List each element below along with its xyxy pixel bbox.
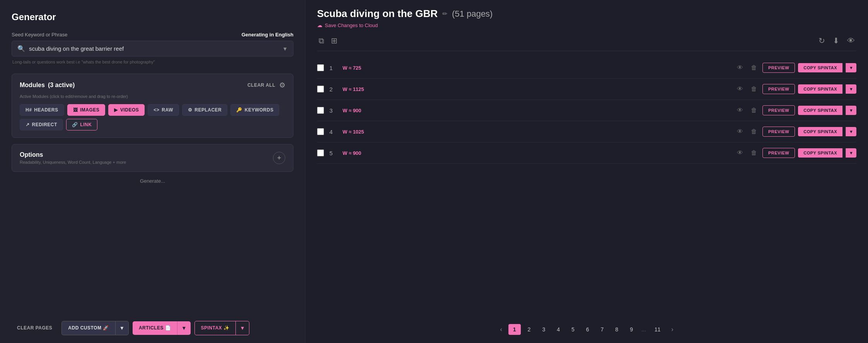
row-4-words: W ≈ 1025: [343, 129, 729, 135]
generating-label: Generating in English: [242, 32, 293, 38]
row-2-copy-spintax-dropdown[interactable]: ▼: [846, 84, 856, 94]
articles-dropdown-button[interactable]: ▼: [177, 321, 190, 335]
module-link[interactable]: 🔗 LINK: [66, 119, 98, 130]
row-1-delete-button[interactable]: 🗑: [749, 63, 759, 73]
row-4-copy-spintax-button[interactable]: COPY SPINTAX: [798, 127, 842, 136]
row-1-preview-button[interactable]: PREVIEW: [762, 63, 795, 73]
row-3-words: W ≈ 900: [343, 108, 729, 113]
page-3-button[interactable]: 3: [537, 324, 550, 335]
row-1-actions: 👁 🗑 PREVIEW COPY SPINTAX ▼: [735, 63, 856, 73]
pagination-ellipsis: ...: [640, 324, 648, 335]
row-2-copy-spintax-button[interactable]: COPY SPINTAX: [798, 84, 842, 94]
row-3-checkbox[interactable]: [317, 107, 324, 114]
spintax-button[interactable]: SPINTAX ✨: [195, 321, 236, 334]
module-raw[interactable]: <> RAW: [148, 104, 179, 116]
modules-title: Modules: [20, 82, 45, 89]
row-2-actions: 👁 🗑 PREVIEW COPY SPINTAX ▼: [735, 84, 856, 94]
row-5-delete-button[interactable]: 🗑: [749, 148, 759, 158]
table-row: 1 W ≈ 725 👁 🗑 PREVIEW COPY SPINTAX ▼: [317, 57, 856, 79]
page-7-button[interactable]: 7: [596, 324, 609, 335]
module-replacer[interactable]: ⚙ REPLACER: [182, 104, 228, 116]
page-8-button[interactable]: 8: [610, 324, 623, 335]
modules-grid: H# HEADERS 🖼 IMAGES ▶ VIDEOS <> RAW ⚙: [20, 104, 285, 130]
seed-label: Seed Keyword or Phrase: [12, 32, 68, 38]
prev-page-button[interactable]: ‹: [496, 324, 506, 335]
module-keywords[interactable]: 🔑 KEYWORDS: [230, 104, 279, 116]
module-videos[interactable]: ▶ VIDEOS: [108, 104, 145, 116]
module-redirect[interactable]: ↗ REDIRECT: [20, 119, 63, 130]
add-custom-btn-group: ADD CUSTOM 🚀 ▼: [61, 321, 129, 335]
row-1-checkbox[interactable]: [317, 64, 324, 71]
row-4-hide-button[interactable]: 👁: [735, 127, 745, 137]
row-2-words: W ≈ 1125: [343, 86, 729, 92]
row-3-hide-button[interactable]: 👁: [735, 105, 745, 115]
link-icon: 🔗: [72, 122, 78, 127]
dropdown-arrow-icon: ▼: [282, 46, 288, 52]
spintax-dropdown-button[interactable]: ▼: [235, 321, 249, 335]
refresh-button[interactable]: ↻: [817, 34, 827, 47]
search-hint: Long-tails or questions work best i.e "w…: [12, 60, 293, 64]
row-3-delete-button[interactable]: 🗑: [749, 105, 759, 115]
row-3-copy-spintax-dropdown[interactable]: ▼: [846, 106, 856, 115]
copy-toolbar-button[interactable]: ⧉: [317, 35, 326, 47]
generator-title: Generator: [12, 12, 293, 22]
row-5-preview-button[interactable]: PREVIEW: [762, 148, 795, 158]
row-3-preview-button[interactable]: PREVIEW: [762, 105, 795, 115]
module-headers[interactable]: H# HEADERS: [20, 104, 64, 116]
row-4-number: 4: [329, 129, 337, 135]
search-input[interactable]: [29, 45, 282, 52]
edit-icon[interactable]: ✏: [442, 10, 447, 17]
row-4-delete-button[interactable]: 🗑: [749, 127, 759, 137]
page-2-button[interactable]: 2: [523, 324, 535, 335]
page-4-button[interactable]: 4: [552, 324, 564, 335]
eye-button[interactable]: 👁: [846, 35, 856, 47]
row-2-hide-button[interactable]: 👁: [735, 84, 745, 94]
row-5-words: W ≈ 900: [343, 150, 729, 156]
clear-all-button[interactable]: CLEAR ALL: [247, 82, 275, 88]
gear-button[interactable]: ⚙: [279, 81, 285, 89]
table-row: 5 W ≈ 900 👁 🗑 PREVIEW COPY SPINTAX ▼: [317, 142, 856, 164]
download-button[interactable]: ⬇: [831, 34, 841, 47]
row-1-copy-spintax-dropdown[interactable]: ▼: [846, 63, 856, 72]
row-1-hide-button[interactable]: 👁: [735, 63, 745, 73]
row-5-checkbox[interactable]: [317, 149, 324, 156]
row-5-hide-button[interactable]: 👁: [735, 148, 745, 158]
page-9-button[interactable]: 9: [625, 324, 638, 335]
row-5-copy-spintax-button[interactable]: COPY SPINTAX: [798, 148, 842, 158]
project-title: Scuba diving on the GBR: [317, 8, 438, 20]
row-2-preview-button[interactable]: PREVIEW: [762, 84, 795, 94]
pages-view-button[interactable]: ⊞: [329, 34, 339, 47]
add-custom-button[interactable]: ADD CUSTOM 🚀: [62, 321, 115, 334]
articles-button[interactable]: ARTICLES 📄: [133, 321, 177, 334]
row-3-actions: 👁 🗑 PREVIEW COPY SPINTAX ▼: [735, 105, 856, 115]
right-header: Scuba diving on the GBR ✏ (51 pages) ☁ S…: [317, 8, 856, 28]
save-cloud-button[interactable]: ☁ Save Changes to Cloud: [317, 22, 378, 28]
options-section: Options Readability, Uniqueness, Word Co…: [12, 144, 293, 172]
row-2-checkbox[interactable]: [317, 86, 324, 93]
options-expand-button[interactable]: +: [273, 152, 285, 164]
page-1-button[interactable]: 1: [508, 324, 521, 335]
search-icon: 🔍: [17, 45, 25, 52]
row-4-copy-spintax-dropdown[interactable]: ▼: [846, 127, 856, 136]
table-row: 4 W ≈ 1025 👁 🗑 PREVIEW COPY SPINTAX ▼: [317, 121, 856, 142]
headers-icon: H#: [26, 107, 32, 113]
page-6-button[interactable]: 6: [582, 324, 594, 335]
table-row: 3 W ≈ 900 👁 🗑 PREVIEW COPY SPINTAX ▼: [317, 100, 856, 121]
row-1-copy-spintax-button[interactable]: COPY SPINTAX: [798, 63, 842, 72]
module-images[interactable]: 🖼 IMAGES: [67, 104, 106, 116]
row-3-copy-spintax-button[interactable]: COPY SPINTAX: [798, 106, 842, 115]
row-2-delete-button[interactable]: 🗑: [749, 84, 759, 94]
page-11-button[interactable]: 11: [650, 324, 665, 335]
modules-section: Modules (3 active) CLEAR ALL ⚙ Active Mo…: [12, 74, 293, 138]
row-4-preview-button[interactable]: PREVIEW: [762, 127, 795, 137]
modules-active-count: (3 active): [48, 82, 75, 89]
bottom-actions: CLEAR PAGES ADD CUSTOM 🚀 ▼ ARTICLES 📄 ▼ …: [12, 317, 293, 335]
row-4-checkbox[interactable]: [317, 128, 324, 135]
row-5-copy-spintax-dropdown[interactable]: ▼: [846, 148, 856, 158]
row-4-actions: 👁 🗑 PREVIEW COPY SPINTAX ▼: [735, 127, 856, 137]
next-page-button[interactable]: ›: [667, 324, 677, 335]
page-5-button[interactable]: 5: [567, 324, 579, 335]
clear-pages-button[interactable]: CLEAR PAGES: [12, 321, 58, 335]
add-custom-dropdown-button[interactable]: ▼: [115, 321, 128, 335]
redirect-icon: ↗: [26, 122, 30, 127]
